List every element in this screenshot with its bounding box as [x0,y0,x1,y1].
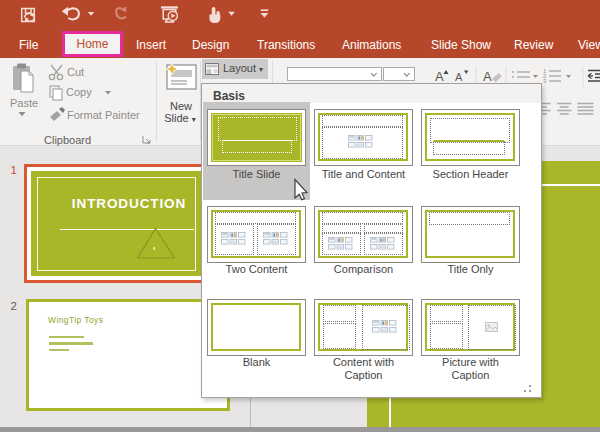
svg-text:A: A [483,69,492,84]
svg-text:A: A [455,71,463,83]
svg-text:A: A [435,69,444,84]
svg-text:3: 3 [543,78,547,84]
